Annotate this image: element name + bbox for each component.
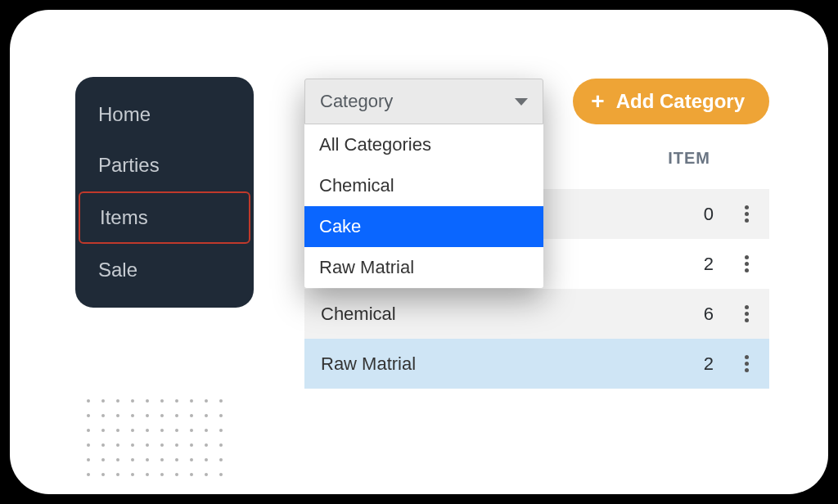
table-row-value: 2 <box>681 353 714 375</box>
dropdown-option-all-categories[interactable]: All Categories <box>304 124 543 165</box>
sidebar-item-items[interactable]: Items <box>79 191 250 244</box>
table-row: Raw Matrial 2 <box>304 339 769 389</box>
chevron-down-icon <box>515 98 528 106</box>
category-dropdown-label: Category <box>320 91 393 112</box>
plus-icon: + <box>591 90 604 113</box>
app-frame: Home Parties Items Sale + Add Category I… <box>10 10 828 494</box>
kebab-menu-icon[interactable] <box>740 202 753 226</box>
sidebar-item-parties[interactable]: Parties <box>79 141 250 190</box>
category-dropdown: Category All Categories Chemical Cake Ra… <box>304 79 543 288</box>
category-dropdown-toggle[interactable]: Category <box>304 79 543 124</box>
table-row: Chemical 6 <box>304 289 769 339</box>
table-row-value: 2 <box>681 254 714 275</box>
dropdown-option-raw-matrial[interactable]: Raw Matrial <box>304 247 543 288</box>
table-row-value: 0 <box>681 204 714 225</box>
dropdown-option-chemical[interactable]: Chemical <box>304 165 543 206</box>
sidebar-item-home[interactable]: Home <box>79 90 250 139</box>
sidebar: Home Parties Items Sale <box>75 77 254 308</box>
add-category-button[interactable]: + Add Category <box>573 79 769 124</box>
kebab-menu-icon[interactable] <box>740 302 753 326</box>
add-category-label: Add Category <box>616 90 745 113</box>
kebab-menu-icon[interactable] <box>740 352 753 376</box>
decorative-dot-grid <box>87 399 223 476</box>
dropdown-option-cake[interactable]: Cake <box>304 206 543 247</box>
kebab-menu-icon[interactable] <box>740 252 753 276</box>
table-row-label: Raw Matrial <box>321 353 655 375</box>
table-row-value: 6 <box>681 304 714 325</box>
table-row-label: Chemical <box>321 304 655 325</box>
sidebar-item-sale[interactable]: Sale <box>79 245 250 295</box>
